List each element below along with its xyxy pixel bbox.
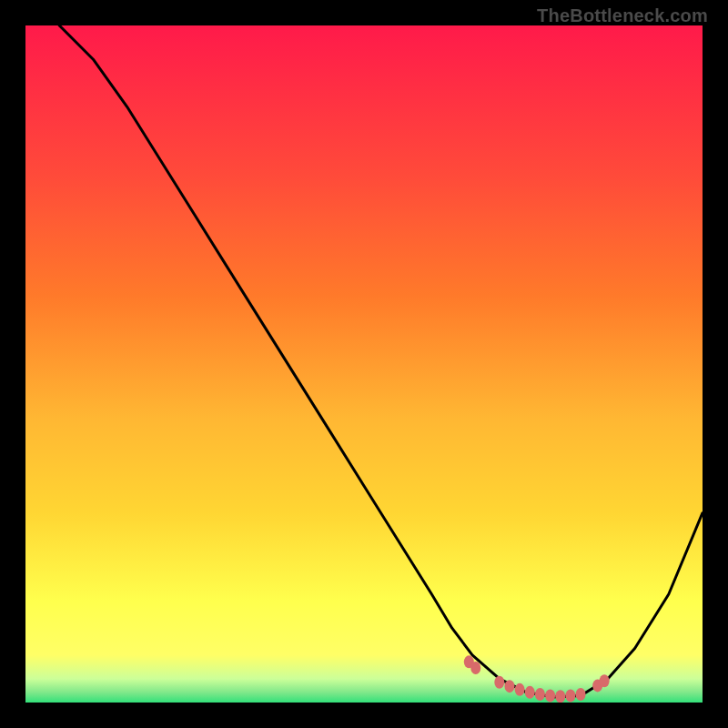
optimal-marker: [535, 688, 545, 701]
optimal-marker: [504, 680, 514, 693]
gradient-background: [25, 25, 703, 703]
optimal-marker: [470, 662, 480, 674]
optimal-marker: [545, 690, 555, 703]
optimal-marker: [555, 690, 565, 703]
chart-svg: [25, 25, 703, 703]
optimal-marker: [494, 676, 504, 689]
optimal-marker: [565, 690, 575, 703]
watermark-text: TheBottleneck.com: [537, 5, 708, 26]
optimal-marker: [525, 686, 535, 699]
optimal-marker: [576, 688, 586, 701]
chart-container: TheBottleneck.com: [0, 0, 728, 728]
optimal-marker: [600, 674, 610, 687]
optimal-marker: [515, 683, 525, 696]
plot-area: [25, 25, 703, 703]
